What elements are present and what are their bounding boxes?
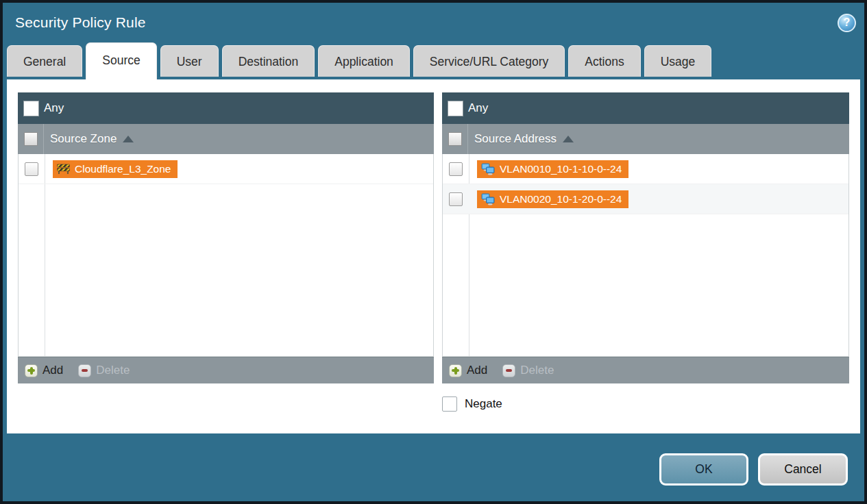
tab-destination[interactable]: Destination — [222, 45, 315, 77]
sort-ascending-icon — [563, 136, 574, 142]
row-checkbox[interactable] — [449, 192, 463, 206]
add-button[interactable]: Add — [449, 364, 487, 377]
tab-application[interactable]: Application — [318, 45, 410, 77]
zone-barrier-icon — [57, 164, 70, 175]
source-zone-list: Cloudflare_L3_Zone — [18, 154, 434, 357]
help-icon[interactable]: ? — [838, 14, 856, 32]
source-address-footer: Add Delete — [442, 357, 849, 383]
source-address-any-checkbox[interactable] — [448, 101, 463, 116]
add-label: Add — [42, 364, 63, 377]
source-zone-footer: Add Delete — [18, 357, 434, 383]
table-row[interactable]: Cloudflare_L3_Zone — [19, 154, 433, 184]
dialog-footer: OK Cancel — [3, 433, 864, 501]
delete-label: Delete — [96, 364, 130, 377]
column-title: Source Zone — [50, 132, 117, 146]
sort-ascending-icon — [123, 136, 134, 142]
ok-button[interactable]: OK — [659, 453, 748, 486]
add-label: Add — [467, 364, 487, 377]
cancel-button[interactable]: Cancel — [758, 453, 848, 486]
select-all-cell — [18, 124, 44, 154]
minus-icon — [78, 364, 91, 377]
delete-label: Delete — [520, 364, 554, 377]
any-label: Any — [468, 101, 488, 115]
source-address-list: VLAN0010_10-1-10-0--24 — [442, 154, 849, 357]
plus-icon — [25, 364, 38, 377]
tab-general[interactable]: General — [7, 45, 82, 77]
title-bar: Security Policy Rule ? — [3, 3, 864, 42]
address-tag[interactable]: VLAN0020_10-1-20-0--24 — [477, 190, 628, 208]
row-checkbox-cell — [443, 154, 469, 184]
negate-label: Negate — [465, 397, 502, 411]
address-tag[interactable]: VLAN0010_10-1-10-0--24 — [477, 160, 628, 178]
negate-checkbox[interactable] — [442, 396, 457, 412]
negate-row: Negate — [442, 396, 849, 412]
network-hosts-icon — [481, 193, 495, 205]
tab-source[interactable]: Source — [86, 42, 156, 79]
source-zone-any-row: Any — [18, 92, 434, 124]
zone-name: Cloudflare_L3_Zone — [75, 163, 171, 175]
delete-button[interactable]: Delete — [502, 364, 554, 377]
address-name: VLAN0020_10-1-20-0--24 — [500, 193, 622, 205]
any-checkbox-cell — [442, 92, 468, 124]
address-name: VLAN0010_10-1-10-0--24 — [500, 163, 622, 175]
select-all-cell — [442, 124, 468, 154]
source-zone-any-checkbox[interactable] — [23, 101, 39, 116]
table-row[interactable]: VLAN0010_10-1-10-0--24 — [443, 154, 848, 184]
row-checkbox-cell — [19, 154, 45, 184]
security-policy-rule-dialog: Security Policy Rule ? General Source Us… — [0, 0, 867, 504]
minus-icon — [502, 364, 515, 377]
delete-button[interactable]: Delete — [78, 364, 130, 377]
source-zone-select-all-checkbox[interactable] — [24, 132, 38, 146]
any-checkbox-cell — [18, 92, 44, 124]
source-zone-column-header[interactable]: Source Zone — [18, 124, 434, 154]
add-button[interactable]: Add — [25, 364, 63, 377]
source-address-select-all-checkbox[interactable] — [448, 132, 462, 146]
source-address-column-header[interactable]: Source Address — [442, 124, 849, 154]
panels-container: Any Source Zone — [18, 92, 849, 383]
dialog-title: Security Policy Rule — [15, 14, 838, 31]
row-checkbox[interactable] — [25, 162, 38, 176]
source-address-panel: Any Source Address — [442, 92, 849, 383]
network-hosts-icon — [481, 163, 495, 175]
column-title: Source Address — [474, 132, 557, 146]
row-checkbox-cell — [443, 184, 469, 214]
source-address-any-row: Any — [442, 92, 849, 124]
source-zone-panel: Any Source Zone — [18, 92, 434, 383]
any-label: Any — [44, 101, 64, 115]
tab-bar: General Source User Destination Applicat… — [3, 42, 864, 79]
tab-actions[interactable]: Actions — [568, 45, 640, 77]
tab-user[interactable]: User — [160, 45, 219, 77]
zone-tag[interactable]: Cloudflare_L3_Zone — [53, 160, 178, 178]
table-row[interactable]: VLAN0020_10-1-20-0--24 — [443, 184, 848, 214]
plus-icon — [449, 364, 462, 377]
row-checkbox[interactable] — [449, 162, 463, 176]
tab-usage[interactable]: Usage — [644, 45, 712, 77]
source-tab-content: Any Source Zone — [7, 79, 860, 433]
tab-service-url-category[interactable]: Service/URL Category — [413, 45, 565, 77]
